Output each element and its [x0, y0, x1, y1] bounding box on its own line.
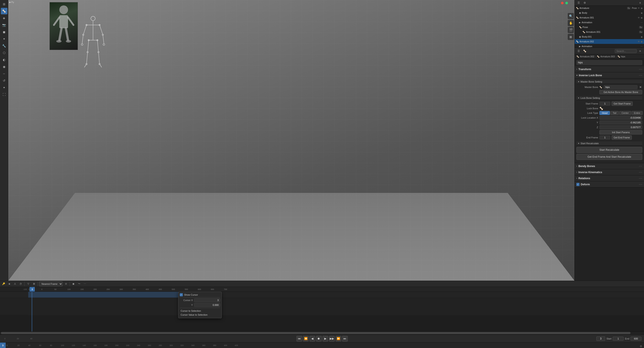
next-frame-btn[interactable]: ▶▶ [329, 336, 335, 342]
end-frame-value[interactable]: 1 [600, 136, 610, 139]
tl-icon-extra3[interactable]: ⋯ [82, 282, 87, 286]
vp-icon-grid[interactable]: ⊞ [568, 34, 574, 40]
h-scrollbar-thumb[interactable] [1, 332, 630, 334]
lock-type-head[interactable]: Head [600, 111, 610, 115]
breadcrumb-arm003[interactable]: Armature.003 [600, 55, 615, 58]
lock-type-center[interactable]: Center [619, 111, 631, 115]
prev-frame-btn[interactable]: ◀ [310, 336, 315, 342]
tl-icon-key[interactable]: 🔑 [1, 282, 6, 286]
sidebar-icon-9[interactable]: ◐ [1, 56, 8, 63]
outliner-item-animation[interactable]: ▶ Animation ⋯ [575, 20, 644, 25]
tl-icon-marker[interactable]: ◈ [7, 282, 12, 286]
get-active-btn[interactable]: Get Active Bone As Master Bone [600, 90, 642, 94]
vis-icon-1[interactable]: ◉ [641, 7, 643, 9]
inverse-lock-menu[interactable]: ⋯ [639, 73, 642, 77]
sidebar-icon-10[interactable]: ◉ [1, 63, 8, 70]
relations-menu[interactable]: ⋯ [639, 176, 642, 180]
current-frame-counter[interactable]: 3 [596, 337, 605, 341]
outliner-item-armature001[interactable]: 🦴 Armature.001 👁 ◉ [575, 15, 644, 20]
init-start-btn[interactable]: Init Start Params [600, 130, 642, 134]
sidebar-icon-2[interactable]: 🦴 [1, 8, 8, 14]
sidebar-icon-4[interactable]: 📷 [1, 22, 8, 28]
outliner-item-armature002[interactable]: 🦴 Armature.002 👁 ◉ [575, 39, 644, 44]
vis-icon-arm001b[interactable]: ◉ [641, 16, 643, 19]
props-icon-extra[interactable]: ≡ [638, 48, 643, 54]
tl-icon-filter[interactable]: ▽ [26, 282, 31, 286]
props-icon-menu[interactable]: ☰ [576, 48, 581, 54]
lock-type-entire[interactable]: Entire [632, 111, 643, 115]
section-inverse-lock[interactable]: ▾ Inverse Lock Bone ⋯ [575, 72, 644, 78]
sidebar-icon-11[interactable]: ↔ [1, 70, 8, 77]
lock-type-tail[interactable]: Tail [610, 111, 619, 115]
outliner-item-pose[interactable]: 🦴 Pose S₂ [575, 25, 644, 29]
sidebar-icon-1[interactable]: ⊞ [1, 1, 8, 7]
track-content-2[interactable] [28, 298, 644, 315]
start-recalc-subsection[interactable]: ▾ Start Recalculate [576, 141, 642, 146]
vp-icon-search[interactable]: 🔍 [568, 13, 574, 19]
cursor-to-selection-row[interactable]: Cursor to Selection [180, 309, 220, 313]
start-recalculate-btn[interactable]: Start Recalculate [576, 147, 642, 153]
search-input[interactable] [615, 49, 636, 53]
outliner-icon-3[interactable]: ≡ [638, 0, 643, 5]
section-transform[interactable]: › Transform ⋯ [575, 66, 644, 72]
transform-menu[interactable]: ⋯ [639, 67, 642, 71]
deform-checkbox[interactable]: ✓ [576, 183, 580, 186]
outliner-icon-1[interactable]: ☰ [576, 0, 581, 5]
master-bone-value[interactable]: hips [604, 85, 638, 89]
section-bendy-bones[interactable]: › Bendy Bones ⋯ [575, 163, 644, 169]
breadcrumb-hips[interactable]: hips [621, 55, 625, 58]
sidebar-icon-8[interactable]: ⬡ [1, 49, 8, 56]
end-value[interactable]: 600 [630, 337, 642, 341]
eye-icon-1[interactable]: 👁 [638, 7, 640, 9]
sidebar-icon-13[interactable]: ✦ [1, 84, 8, 91]
outliner-item-animation2[interactable]: ▶ Animation ⋯ [575, 44, 644, 48]
start-frame-value[interactable]: 1 [600, 102, 610, 106]
vis-icon-body[interactable]: ◉ [641, 12, 643, 14]
lock-loc-y-value[interactable]: -0.962185 [600, 121, 642, 124]
next-key-btn[interactable]: ⏩ [336, 336, 341, 342]
sel-icon-arm002[interactable]: ◉ [641, 40, 643, 43]
vp-icon-camera[interactable]: 🎬 [568, 27, 574, 33]
vis-icon-arm002[interactable]: 👁 [638, 40, 640, 43]
master-bone-remove[interactable]: ✕ [639, 85, 642, 89]
get-end-frame-btn[interactable]: Get End Frame [612, 135, 632, 140]
h-scrollbar[interactable] [0, 332, 644, 335]
play-btn[interactable]: ▶ [322, 336, 328, 342]
master-bone-subsection[interactable]: ▾ Master Bone Setting [576, 80, 642, 84]
section-ik[interactable]: › Inverse Kinematics ⋯ [575, 169, 644, 175]
sidebar-icon-3[interactable]: ◈ [1, 15, 8, 21]
outliner-item-body[interactable]: ◼ Body ◉ [575, 10, 644, 15]
tl-icon-warn[interactable]: ⚠ [12, 282, 18, 286]
outliner-item-arm001-2[interactable]: 🦴 Armature.001 S₂ [575, 29, 644, 34]
tl-icon-view[interactable]: ⊞ [32, 282, 36, 286]
nearest-frame-dropdown[interactable]: Nearest Frame [39, 282, 62, 286]
outliner-item-body001[interactable]: ◼ Body.001 ◉ [575, 34, 644, 39]
breadcrumb-arm002[interactable]: Armature.002 [580, 55, 594, 58]
section-relations[interactable]: › Relations ⋯ [575, 175, 644, 181]
prev-key-btn[interactable]: ⏪ [303, 336, 309, 342]
sidebar-icon-14[interactable]: ⛶ [1, 91, 8, 98]
props-icon-bone[interactable]: 🦴 [582, 48, 587, 54]
tl-icon-snap[interactable]: ⊙ [64, 282, 68, 286]
sidebar-icon-5[interactable]: ◼ [1, 29, 8, 35]
vis-icon-arm001[interactable]: 👁 [638, 16, 640, 19]
track-content-1[interactable] [28, 292, 644, 298]
lock-bone-subsection[interactable]: ▾ Lock Bone Setting [576, 96, 642, 100]
ik-menu[interactable]: ⋯ [639, 170, 642, 174]
vp-icon-move[interactable]: ✋ [568, 20, 574, 26]
sidebar-icon-7[interactable]: 🔧 [1, 42, 8, 49]
cursor-value-to-selection-row[interactable]: Cursor Value to Selection [180, 313, 220, 317]
start-value[interactable]: 1 [613, 337, 624, 341]
cursor-y-value[interactable]: 0.000 [194, 303, 220, 307]
bendy-menu[interactable]: ⋯ [639, 164, 642, 168]
cursor-x-value[interactable]: 3 [194, 298, 220, 302]
jump-start-btn[interactable]: ⏮ [296, 336, 302, 342]
outliner-item-armature[interactable]: 🦴 Armature S₂ Pose 👁 ◉ [575, 6, 644, 10]
outliner-icon-2[interactable]: ⚙ [582, 0, 587, 5]
sidebar-icon-6[interactable]: ✦ [1, 36, 8, 42]
stop-btn[interactable]: ⏺ [316, 336, 322, 342]
sidebar-icon-12[interactable]: ↺ [1, 77, 8, 84]
get-end-start-recalc-btn[interactable]: Get End Frame And Start Recalculate [576, 154, 642, 160]
tl-icon-time[interactable]: ⏱ [18, 282, 23, 286]
section-deform[interactable]: ✓ Deform ⋯ [575, 181, 644, 187]
